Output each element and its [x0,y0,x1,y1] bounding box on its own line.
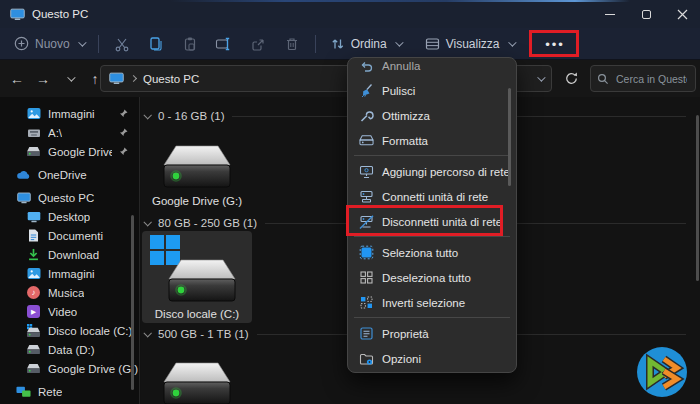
recent-locations-button[interactable] [56,66,82,92]
sidebar-item-desktop[interactable]: Desktop [0,207,139,226]
drive-tile-cut-off[interactable] [142,348,252,404]
sidebar-item-label: Disco locale (C:) [48,325,132,337]
group-header-label: 0 - 16 GB (1) [158,110,224,122]
menu-separator [354,236,510,237]
new-button-label: Nuovo [35,37,70,51]
select-none-icon [358,270,374,286]
toolbar-separator [98,35,99,53]
floppy-drive-icon [26,125,41,140]
main-scrollbar[interactable] [696,115,699,281]
address-dropdown-icon[interactable] [537,73,545,81]
trash-icon [284,36,300,52]
sidebar-item-label: Video [48,306,77,318]
menu-item-opzioni[interactable]: Opzioni [352,346,512,371]
sidebar-item-immagini[interactable]: Immagini [0,264,139,283]
sidebar-item-data-d[interactable]: Data (D:) [0,340,139,359]
format-drive-icon [358,133,374,149]
download-icon [26,247,41,262]
window-tab[interactable]: Questo PC [10,0,88,28]
drive-icon [164,255,240,307]
sidebar-item-google-drive-pinned[interactable]: Google Drive (G:) [0,142,139,161]
menu-item-aggiungi-percorso-di-rete[interactable]: Aggiungi percorso di rete [352,159,512,184]
drive-icon [159,141,235,193]
sidebar-item-rete[interactable]: Rete [0,382,139,401]
pin-icon [119,127,128,139]
group-header-label: 500 GB - 1 TB (1) [158,328,249,340]
cut-button[interactable] [107,32,137,56]
sidebar-item-disco-locale-c[interactable]: Disco locale (C:) [0,321,139,340]
invert-selection-icon [358,295,374,311]
sidebar-item-label: Data (D:) [48,344,95,356]
menu-item-formatta[interactable]: Formatta [352,128,512,153]
sidebar-item-video[interactable]: ▶ Video [0,302,139,321]
sort-button[interactable]: Ordina [322,33,409,55]
maximize-button[interactable] [628,0,664,28]
drive-tile-label: Google Drive (G:) [152,195,242,207]
share-icon [250,36,266,52]
sidebar-item-documenti[interactable]: Documenti [0,226,139,245]
sidebar-item-google-drive-g[interactable]: Google Drive (G:) [0,359,139,378]
menu-item-ottimizza[interactable]: Ottimizza [352,103,512,128]
delete-button[interactable] [277,32,307,56]
chevron-down-icon [78,38,86,46]
network-icon [16,384,31,399]
view-icon [425,37,440,51]
folder-settings-icon [358,351,374,367]
breadcrumb[interactable]: Questo PC [143,73,199,85]
close-button[interactable] [664,0,700,28]
sidebar-item-label: Download [48,249,99,261]
sidebar-item-label: Rete [38,386,62,398]
new-button[interactable]: Nuovo [6,32,92,55]
view-button-label: Visualizza [446,37,500,51]
menu-item-label: Inverti selezione [382,297,465,309]
menu-item-inverti-selezione[interactable]: Inverti selezione [352,290,512,315]
sidebar-item-immagini-pinned[interactable]: Immagini [0,104,139,123]
drive-tile-disco-locale-c[interactable]: Disco locale (C:) [142,231,252,323]
back-button[interactable]: ← [4,66,30,92]
view-button[interactable]: Visualizza [417,33,522,55]
watermark-logo [635,345,689,399]
broom-icon [358,83,374,99]
sidebar-item-download[interactable]: Download [0,245,139,264]
sidebar-item-onedrive[interactable]: OneDrive [0,165,139,184]
paste-button[interactable] [175,32,205,56]
share-button[interactable] [243,32,273,56]
paste-icon [182,36,198,52]
sidebar-item-label: Musica [48,287,84,299]
sidebar-item-musica[interactable]: ♪ Musica [0,283,139,302]
sidebar-item-questo-pc[interactable]: Questo PC [0,188,139,207]
titlebar: Questo PC [0,0,700,28]
sidebar-scrollbar[interactable] [131,215,134,390]
menu-item-label: Formatta [382,135,428,147]
copy-button[interactable] [141,32,171,56]
sidebar-item-label: Google Drive (G:) [48,363,138,375]
menu-item-annulla[interactable]: Annulla [352,57,512,78]
rename-button[interactable] [209,32,239,56]
back-arrow-icon: ← [10,71,24,87]
menu-separator [354,317,510,318]
sidebar-item-floppy-a[interactable]: A:\ [0,123,139,142]
drive-tile-google-drive[interactable]: Google Drive (G:) [142,132,252,216]
menu-item-label: Connetti unità di rete [382,191,488,203]
search-input[interactable] [614,72,689,86]
menu-item-deseleziona-tutto[interactable]: Deseleziona tutto [352,265,512,290]
minimize-button[interactable] [592,0,628,28]
forward-button[interactable]: → [30,66,56,92]
menu-item-proprieta[interactable]: Proprietà [352,321,512,346]
menu-scrollbar[interactable] [508,88,511,186]
menu-item-pulisci[interactable]: Pulisci [352,78,512,103]
video-icon: ▶ [26,304,41,319]
chevron-down-icon [508,38,516,46]
search-box[interactable] [590,65,696,92]
group-header-label: 80 GB - 250 GB (1) [158,217,257,229]
desktop-icon [26,209,41,224]
refresh-icon [564,71,579,86]
wrench-icon [358,108,374,124]
rename-icon [215,36,232,52]
menu-item-label: Ottimizza [382,110,430,122]
refresh-button[interactable] [558,65,585,92]
menu-item-seleziona-tutto[interactable]: Seleziona tutto [352,240,512,265]
pin-icon [119,108,128,120]
file-explorer-window: Questo PC Nuovo [0,0,700,404]
drive-icon [26,342,41,357]
